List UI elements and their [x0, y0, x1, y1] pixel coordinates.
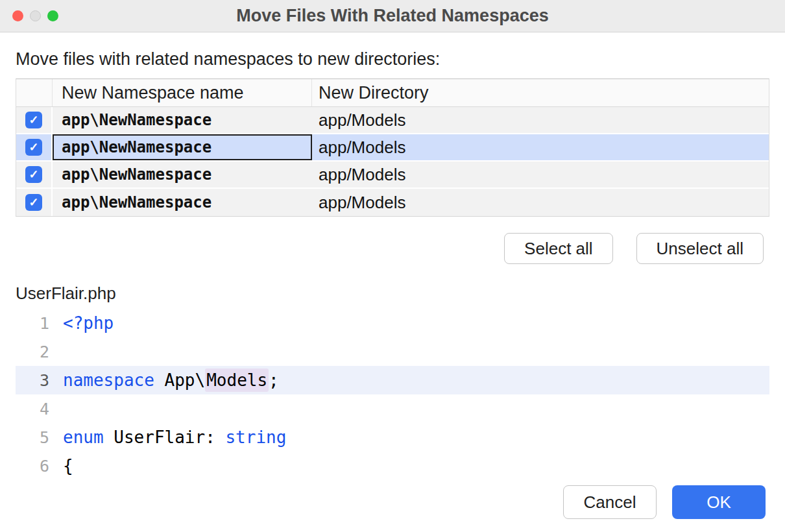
column-header-namespace[interactable]: New Namespace name [53, 79, 312, 106]
line-number: 4 [16, 400, 49, 418]
line-number: 3 [16, 371, 49, 390]
row-checkbox[interactable]: ✓ [25, 166, 42, 183]
namespace-cell[interactable]: app\NewNamespace [53, 189, 312, 216]
code-token: namespace [63, 370, 154, 390]
code-text: namespace App\Models; [49, 370, 279, 390]
line-number: 5 [16, 428, 49, 447]
checkbox-cell: ✓ [16, 189, 53, 216]
row-checkbox[interactable]: ✓ [25, 112, 42, 128]
code-text: { [49, 456, 73, 476]
unselect-all-button[interactable]: Unselect all [636, 233, 764, 264]
row-checkbox[interactable]: ✓ [25, 194, 42, 211]
instruction-label: Move files with related namespaces to ne… [16, 49, 769, 69]
table-body: ✓app\NewNamespaceapp/Models✓app\NewNames… [16, 107, 769, 216]
dialog-footer: Cancel OK [563, 485, 766, 519]
checkbox-cell: ✓ [16, 134, 53, 160]
namespace-cell[interactable]: app\NewNamespace [53, 107, 312, 133]
code-token: UserFlair: [104, 428, 226, 447]
namespace-table: New Namespace name New Directory ✓app\Ne… [16, 79, 769, 217]
code-token: { [63, 456, 73, 476]
directory-cell[interactable]: app/Models [312, 134, 769, 160]
dialog-window: Move Files With Related Namespaces Move … [0, 0, 785, 480]
table-row[interactable]: ✓app\NewNamespaceapp/Models [16, 107, 769, 134]
window-title: Move Files With Related Namespaces [236, 6, 548, 26]
directory-cell[interactable]: app/Models [312, 189, 769, 216]
code-token: <?php [63, 313, 114, 333]
titlebar: Move Files With Related Namespaces [0, 0, 785, 32]
code-token: App\ [154, 370, 205, 390]
namespace-cell[interactable]: app\NewNamespace [53, 134, 312, 160]
code-token: string [225, 428, 286, 447]
dialog-content: Move files with related namespaces to ne… [0, 49, 785, 480]
row-checkbox[interactable]: ✓ [25, 139, 42, 156]
zoom-button[interactable] [47, 10, 58, 21]
traffic-lights [12, 0, 58, 32]
cancel-button[interactable]: Cancel [563, 485, 657, 519]
directory-cell[interactable]: app/Models [312, 107, 769, 133]
select-all-button[interactable]: Select all [504, 233, 613, 264]
code-token: ; [269, 370, 279, 390]
selection-button-bar: Select all Unselect all [16, 233, 769, 264]
code-line: 6{ [16, 452, 769, 480]
preview-filename: UserFlair.php [16, 284, 769, 304]
minimize-button[interactable] [30, 10, 41, 21]
table-row[interactable]: ✓app\NewNamespaceapp/Models [16, 134, 769, 162]
table-header-row: New Namespace name New Directory [16, 79, 769, 107]
table-row[interactable]: ✓app\NewNamespaceapp/Models [16, 162, 769, 189]
line-number: 6 [16, 457, 49, 476]
close-button[interactable] [12, 10, 23, 21]
namespace-cell[interactable]: app\NewNamespace [53, 162, 312, 187]
code-text: enum UserFlair: string [49, 428, 286, 447]
checkbox-cell: ✓ [16, 162, 53, 187]
checkbox-cell: ✓ [16, 107, 53, 133]
column-header-directory[interactable]: New Directory [312, 79, 769, 106]
directory-cell[interactable]: app/Models [312, 162, 769, 187]
table-row[interactable]: ✓app\NewNamespaceapp/Models [16, 189, 769, 216]
code-line: 5enum UserFlair: string [16, 423, 769, 452]
ok-button[interactable]: OK [672, 485, 766, 519]
line-number: 2 [16, 343, 49, 361]
code-preview: 1<?php23namespace App\Models;45enum User… [16, 309, 769, 480]
code-line: 2 [16, 337, 769, 366]
highlighted-symbol: Models [205, 369, 269, 392]
code-token: enum [63, 428, 104, 447]
code-line: 4 [16, 394, 769, 423]
code-text: <?php [49, 313, 114, 333]
code-line: 3namespace App\Models; [16, 366, 769, 394]
column-header-checkbox [16, 79, 53, 106]
code-line: 1<?php [16, 309, 769, 337]
line-number: 1 [16, 314, 49, 333]
